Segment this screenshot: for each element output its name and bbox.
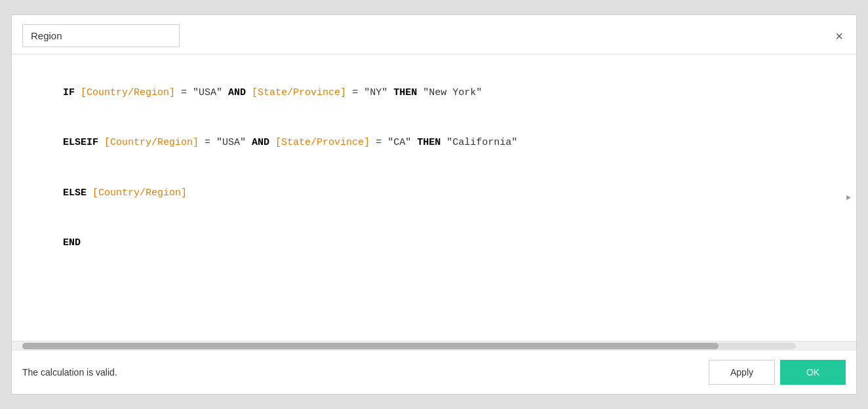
field-name-input[interactable]: [22, 24, 180, 47]
field-state-2: [State/Province]: [275, 137, 370, 148]
validation-status: The calculation is valid.: [22, 367, 117, 378]
dialog-footer: The calculation is valid. Apply OK: [12, 350, 856, 394]
str-california: "California": [446, 137, 517, 148]
apply-button[interactable]: Apply: [709, 360, 775, 385]
calculated-field-dialog: × IF [Country/Region] = "USA" AND [State…: [11, 14, 857, 395]
code-line-4: END: [28, 218, 840, 269]
str-usa-2: = "USA": [199, 137, 252, 148]
kw-else: ELSE: [63, 187, 92, 199]
kw-then-1: THEN: [393, 87, 423, 98]
code-editor[interactable]: IF [Country/Region] = "USA" AND [State/P…: [12, 54, 856, 341]
str-newyork: "New York": [423, 87, 482, 98]
scroll-right-arrow: ►: [846, 191, 851, 204]
dialog-header: ×: [12, 15, 856, 54]
code-line-3: ELSE [Country/Region]: [28, 168, 840, 218]
field-country-1: [Country/Region]: [81, 87, 175, 98]
kw-and-1: AND: [228, 87, 252, 98]
close-button[interactable]: ×: [833, 27, 846, 45]
scrollbar-track: [22, 343, 796, 349]
kw-end: END: [63, 237, 81, 248]
horizontal-scrollbar[interactable]: [12, 341, 856, 350]
kw-elseif: ELSEIF: [63, 137, 104, 148]
kw-then-2: THEN: [417, 137, 446, 148]
code-line-1: IF [Country/Region] = "USA" AND [State/P…: [28, 68, 840, 118]
kw-and-2: AND: [252, 137, 275, 148]
footer-buttons: Apply OK: [709, 360, 846, 385]
kw-if: IF: [63, 87, 81, 98]
field-country-2: [Country/Region]: [104, 137, 199, 148]
ok-button[interactable]: OK: [780, 360, 846, 385]
str-ca: = "CA": [370, 137, 417, 148]
close-icon: ×: [835, 29, 843, 43]
str-usa-1: = "USA": [175, 87, 228, 98]
str-ny: = "NY": [346, 87, 393, 98]
field-state-1: [State/Province]: [252, 87, 346, 98]
code-line-2: ELSEIF [Country/Region] = "USA" AND [Sta…: [28, 118, 840, 168]
field-country-3: [Country/Region]: [92, 187, 187, 199]
scrollbar-thumb[interactable]: [22, 343, 719, 349]
